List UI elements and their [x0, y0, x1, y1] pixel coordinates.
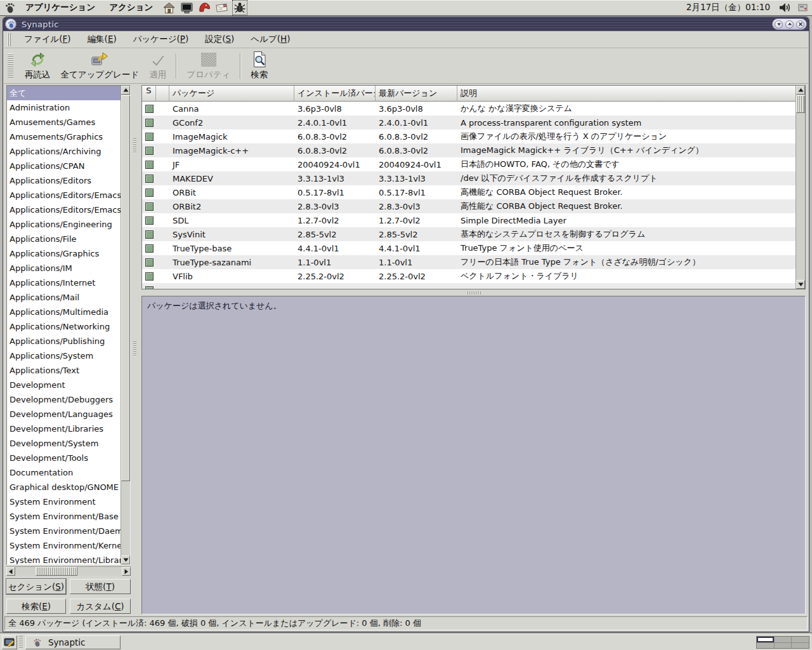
sidebar-section-item[interactable]: Administration [7, 100, 121, 115]
sidebar-section-item[interactable]: Amusements/Games [7, 115, 121, 129]
sidebar-section-item[interactable]: Applications/Publishing [7, 334, 121, 348]
sidebar-section-item[interactable]: System Environment/Base [7, 509, 121, 524]
menu-package[interactable]: パッケージ(P) [125, 34, 197, 45]
package-row[interactable]: GConf2 2.4.0.1-0vl1 2.4.0.1-0vl1 A proce… [142, 116, 796, 129]
package-row[interactable]: ImageMagick-c++ 6.0.8.3-0vl2 6.0.8.3-0vl… [142, 143, 796, 157]
sidebar-section-item[interactable]: Applications/Text [7, 363, 121, 378]
sidebar-section-item[interactable]: Development/System [7, 436, 121, 451]
sidebar-section-item[interactable]: Applications/Archiving [7, 144, 121, 159]
sidebar-section-item[interactable]: Applications/Editors [7, 173, 121, 188]
sidebar-section-item[interactable]: System Environment/Daemons [7, 524, 121, 538]
sidebar-section-item[interactable]: Graphical desktop/GNOME [7, 480, 121, 494]
terminal-launcher-icon[interactable] [180, 1, 193, 15]
sidebar-section-item[interactable]: System Environment [7, 494, 121, 509]
taskbar-handle[interactable] [19, 636, 23, 649]
splitter-grip[interactable] [466, 291, 481, 295]
bug-buddy-launcher-icon[interactable] [233, 1, 247, 15]
scroll-up-arrow-icon[interactable] [121, 86, 130, 95]
workspace-cell[interactable] [792, 637, 809, 642]
splitter-grip[interactable] [133, 138, 136, 153]
menubar-handle[interactable] [8, 33, 11, 46]
package-row[interactable]: SDL 1.2.7-0vl2 1.2.7-0vl2 Simple DirectM… [142, 213, 796, 227]
package-row[interactable]: ORBit2 2.8.3-0vl3 2.8.3-0vl3 高性能な CORBA … [142, 199, 796, 213]
sidebar-section-item[interactable]: System Environment/Libraries [7, 553, 121, 564]
column-header-blank[interactable] [156, 86, 169, 102]
titlebar[interactable]: Synaptic [3, 17, 809, 31]
sidebar-section-item[interactable]: Applications/File [7, 232, 121, 246]
close-button[interactable] [796, 20, 804, 29]
sidebar-section-item[interactable]: Applications/Internet [7, 275, 121, 290]
package-row[interactable]: SysVinit 2.85-5vl2 2.85-5vl2 基本的なシステムプロセ… [142, 227, 796, 241]
window-menu-icon[interactable] [5, 18, 16, 30]
sidebar-section-item[interactable]: System Environment/Kernel [7, 538, 121, 553]
sidebar-horizontal-scrollbar[interactable] [6, 566, 131, 576]
applications-menu[interactable]: アプリケーション [20, 2, 100, 13]
toolbar-handle[interactable] [8, 53, 13, 79]
sidebar-section-item[interactable]: Development [7, 378, 121, 392]
scroll-down-arrow-icon[interactable] [796, 280, 805, 289]
column-header-installed-version[interactable]: インストール済バージョン [294, 86, 376, 102]
package-row-partial[interactable] [142, 283, 796, 289]
workspace-cell[interactable] [757, 637, 774, 642]
column-header-status[interactable]: S [142, 86, 156, 102]
package-row[interactable]: MAKEDEV 3.3.13-1vl3 3.3.13-1vl3 /dev 以下の… [142, 171, 796, 185]
menu-settings[interactable]: 設定(S) [197, 34, 242, 45]
workspace-cell[interactable] [792, 643, 809, 649]
sidebar-section-item[interactable]: Applications/System [7, 348, 121, 363]
panel-applet-icon[interactable] [796, 1, 809, 15]
menu-help[interactable]: ヘルプ(H) [242, 34, 298, 45]
sidebar-section-item[interactable]: Applications/Multimedia [7, 305, 121, 319]
scrollbar-thumb[interactable] [36, 567, 77, 576]
home-launcher-icon[interactable] [162, 1, 176, 15]
gnome-main-menu-icon[interactable] [3, 1, 16, 15]
scroll-left-arrow-icon[interactable] [6, 567, 15, 576]
package-row[interactable]: ORBit 0.5.17-8vl1 0.5.17-8vl1 高機能な CORBA… [142, 185, 796, 199]
sidebar-section-item[interactable]: 全て [7, 86, 121, 100]
volume-icon[interactable] [778, 1, 792, 15]
sidebar-section-item[interactable]: Applications/Editors/Emacs [7, 202, 121, 217]
column-header-package[interactable]: パッケージ [169, 86, 294, 102]
mozilla-launcher-icon[interactable] [197, 1, 211, 15]
column-header-description[interactable]: 説明 [457, 86, 796, 102]
status-filter-button[interactable]: 状態(T) [70, 579, 131, 594]
menu-file[interactable]: ファイル(F) [16, 34, 79, 45]
sidebar-splitter[interactable] [133, 84, 137, 615]
scroll-right-arrow-icon[interactable] [122, 567, 131, 576]
tasklist-applet-icon[interactable] [2, 635, 17, 649]
package-row[interactable]: TrueType-sazanami 1.1-0vl1 1.1-0vl1 フリーの… [142, 255, 796, 269]
table-vertical-scrollbar[interactable] [796, 86, 805, 289]
scroll-up-arrow-icon[interactable] [796, 86, 805, 95]
sidebar-section-item[interactable]: Development/Debuggers [7, 392, 121, 407]
splitter-grip[interactable] [133, 341, 136, 356]
sidebar-section-item[interactable]: Applications/Mail [7, 290, 121, 305]
maximize-button[interactable] [785, 20, 794, 29]
sections-filter-button[interactable]: セクション(S) [6, 579, 66, 594]
sidebar-section-item[interactable]: Applications/Engineering [7, 217, 121, 232]
package-row[interactable]: Canna 3.6p3-0vl8 3.6p3-0vl8 かんな かな漢字変換シス… [142, 102, 796, 116]
sidebar-section-item[interactable]: Development/Libraries [7, 421, 121, 436]
custom-filter-button[interactable]: カスタム(C) [70, 599, 131, 614]
package-row[interactable]: TrueType-base 4.4.1-0vl1 4.4.1-0vl1 True… [142, 241, 796, 255]
workspace-cell[interactable] [775, 637, 792, 642]
workspace-cell[interactable] [757, 643, 774, 649]
sidebar-section-item[interactable]: Development/Tools [7, 451, 121, 465]
minimize-button[interactable] [775, 20, 783, 29]
scrollbar-thumb[interactable] [796, 95, 805, 113]
mail-launcher-icon[interactable] [215, 1, 229, 15]
sidebar-section-item[interactable]: Development/Languages [7, 407, 121, 421]
sidebar-section-item[interactable]: Applications/Editors/Emacs [7, 188, 121, 202]
sidebar-section-item[interactable]: Documentation [7, 465, 121, 480]
menu-edit[interactable]: 編集(E) [79, 34, 125, 45]
sidebar-section-item[interactable]: Applications/IM [7, 261, 121, 275]
workspace-cell[interactable] [775, 643, 792, 649]
taskbar-window-button[interactable]: Synaptic [25, 635, 121, 649]
sidebar-section-item[interactable]: Amusements/Graphics [7, 129, 121, 144]
search-filter-button[interactable]: 検索(E) [6, 599, 66, 614]
scrollbar-thumb[interactable] [121, 95, 130, 481]
package-row[interactable]: VFlib 2.25.2-0vl2 2.25.2-0vl2 ベクトルフォント・ラ… [142, 269, 796, 283]
sidebar-section-item[interactable]: Applications/Networking [7, 319, 121, 334]
search-button[interactable]: 検索 [246, 49, 273, 83]
actions-menu[interactable]: アクション [104, 2, 158, 13]
sidebar-section-item[interactable]: Applications/Graphics [7, 246, 121, 261]
clock[interactable]: 2月17日（金）01:10 [686, 2, 770, 13]
